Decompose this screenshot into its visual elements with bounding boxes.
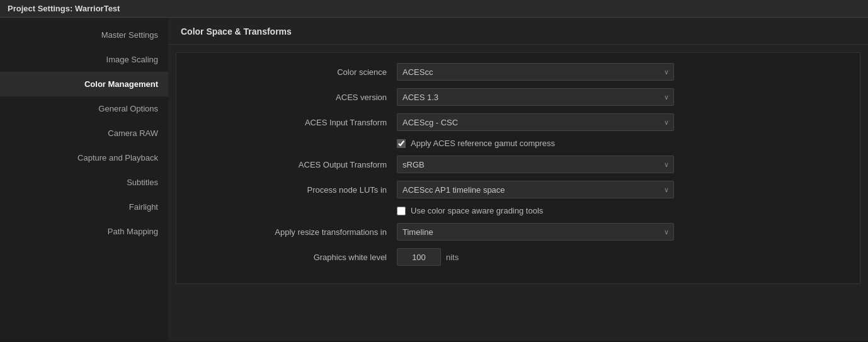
aces-input-transform-select-wrapper: ACEScg - CSC No Input Transform ACES - A… xyxy=(397,113,674,131)
aces-version-select-wrapper: ACES 1.3 ACES 1.2 ACES 1.1 xyxy=(397,88,674,106)
apply-resize-row: Apply resize transformations in Timeline… xyxy=(195,223,841,241)
sidebar-item-camera-raw[interactable]: Camera RAW xyxy=(0,121,168,145)
sidebar-item-path-mapping[interactable]: Path Mapping xyxy=(0,219,168,244)
aces-input-transform-control: ACEScg - CSC No Input Transform ACES - A… xyxy=(397,113,674,131)
process-node-luts-row: Process node LUTs in ACEScc AP1 timeline… xyxy=(195,181,841,198)
color-science-select[interactable]: ACEScc DaVinci YRGB DaVinci YRGB Color M… xyxy=(397,63,674,81)
color-science-control: ACEScc DaVinci YRGB DaVinci YRGB Color M… xyxy=(397,63,674,81)
aces-version-label: ACES version xyxy=(195,93,397,102)
graphics-white-level-control: nits xyxy=(397,248,674,266)
sidebar-item-image-scaling[interactable]: Image Scaling xyxy=(0,47,168,72)
aces-input-transform-row: ACES Input Transform ACEScg - CSC No Inp… xyxy=(195,113,841,131)
window-title: Project Settings: WarriorTest xyxy=(8,4,120,13)
graphics-white-level-group: nits xyxy=(397,248,674,266)
color-space-aware-row: Use color space aware grading tools xyxy=(397,206,841,215)
color-science-row: Color science ACEScc DaVinci YRGB DaVinc… xyxy=(195,63,841,81)
graphics-white-level-units: nits xyxy=(446,253,459,262)
aces-output-transform-select-wrapper: sRGB Rec.709 P3-D65 xyxy=(397,156,674,173)
form-area: Color science ACEScc DaVinci YRGB DaVinc… xyxy=(176,52,860,284)
sidebar-item-fairlight[interactable]: Fairlight xyxy=(0,195,168,219)
sidebar-item-capture-playback[interactable]: Capture and Playback xyxy=(0,145,168,170)
aces-output-transform-row: ACES Output Transform sRGB Rec.709 P3-D6… xyxy=(195,156,841,173)
content-area: Color Space & Transforms Color science A… xyxy=(168,18,868,341)
apply-resize-select[interactable]: Timeline Output Input xyxy=(397,223,674,241)
apply-resize-select-wrapper: Timeline Output Input xyxy=(397,223,674,241)
section-title: Color Space & Transforms xyxy=(168,18,868,45)
sidebar: Master Settings Image Scaling Color Mana… xyxy=(0,18,168,341)
color-science-select-wrapper: ACEScc DaVinci YRGB DaVinci YRGB Color M… xyxy=(397,63,674,81)
color-space-aware-label: Use color space aware grading tools xyxy=(411,206,543,215)
aces-version-select[interactable]: ACES 1.3 ACES 1.2 ACES 1.1 xyxy=(397,88,674,106)
sidebar-item-general-options[interactable]: General Options xyxy=(0,96,168,121)
aces-output-transform-select[interactable]: sRGB Rec.709 P3-D65 xyxy=(397,156,674,173)
apply-resize-label: Apply resize transformations in xyxy=(195,227,397,237)
graphics-white-level-label: Graphics white level xyxy=(195,253,397,262)
process-node-luts-select-wrapper: ACEScc AP1 timeline space Timeline color… xyxy=(397,181,674,198)
apply-aces-checkbox[interactable] xyxy=(397,139,406,148)
process-node-luts-select[interactable]: ACEScc AP1 timeline space Timeline color… xyxy=(397,181,674,198)
color-space-aware-checkbox[interactable] xyxy=(397,207,406,215)
aces-output-transform-label: ACES Output Transform xyxy=(195,160,397,169)
aces-version-row: ACES version ACES 1.3 ACES 1.2 ACES 1.1 xyxy=(195,88,841,106)
graphics-white-level-row: Graphics white level nits xyxy=(195,248,841,266)
aces-input-transform-select[interactable]: ACEScg - CSC No Input Transform ACES - A… xyxy=(397,113,674,131)
process-node-luts-control: ACEScc AP1 timeline space Timeline color… xyxy=(397,181,674,198)
process-node-luts-label: Process node LUTs in xyxy=(195,185,397,195)
apply-aces-label: Apply ACES reference gamut compress xyxy=(411,139,555,148)
title-bar: Project Settings: WarriorTest xyxy=(0,0,868,18)
aces-input-transform-label: ACES Input Transform xyxy=(195,118,397,127)
main-layout: Master Settings Image Scaling Color Mana… xyxy=(0,18,868,341)
apply-aces-row: Apply ACES reference gamut compress xyxy=(397,139,841,148)
sidebar-item-subtitles[interactable]: Subtitles xyxy=(0,170,168,195)
sidebar-item-color-management[interactable]: Color Management xyxy=(0,72,168,96)
aces-version-control: ACES 1.3 ACES 1.2 ACES 1.1 xyxy=(397,88,674,106)
graphics-white-level-input[interactable] xyxy=(397,248,441,266)
color-science-label: Color science xyxy=(195,67,397,77)
apply-resize-control: Timeline Output Input xyxy=(397,223,674,241)
sidebar-item-master-settings[interactable]: Master Settings xyxy=(0,23,168,47)
aces-output-transform-control: sRGB Rec.709 P3-D65 xyxy=(397,156,674,173)
